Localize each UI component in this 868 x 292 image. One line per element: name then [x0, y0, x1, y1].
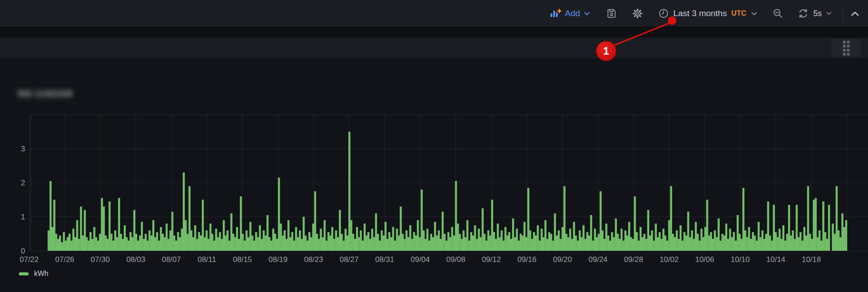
chevron-down-icon	[584, 12, 590, 16]
x-tick-label: 08/11	[198, 255, 216, 264]
x-tick-label: 08/27	[339, 255, 359, 264]
collapse-toolbar-button[interactable]	[851, 11, 859, 16]
panel-title-blurred[interactable]: RD-1192339	[18, 89, 73, 99]
x-tick-label: 09/28	[624, 255, 643, 264]
time-range-picker[interactable]: Last 3 months UTC	[656, 5, 759, 21]
chart-legend: kWh	[19, 270, 48, 278]
drag-handle-icon	[843, 41, 850, 56]
chevron-down-icon	[826, 12, 832, 15]
x-tick-label: 09/20	[553, 255, 572, 264]
chart-gridlines	[29, 114, 868, 251]
x-tick-label: 10/02	[660, 255, 679, 264]
x-tick-label: 07/30	[91, 255, 110, 264]
kwh-timeseries-chart[interactable]: 012307/2207/2607/3008/0308/0708/1108/150…	[0, 107, 868, 269]
add-button-label: Add	[565, 9, 580, 18]
zoom-out-time-button[interactable]	[773, 8, 783, 19]
refresh-icon	[798, 8, 809, 19]
panel-header-row	[0, 38, 868, 58]
chevron-down-icon	[751, 12, 757, 16]
x-tick-label: 08/07	[162, 255, 181, 264]
x-tick-label: 10/18	[802, 255, 821, 264]
kwh-series-bars	[48, 132, 847, 251]
time-range-label: Last 3 months	[673, 9, 727, 18]
dashboard-toolbar: Add	[0, 0, 868, 28]
toolbar-divider	[842, 5, 843, 22]
x-tick-label: 09/24	[589, 255, 608, 264]
x-tick-label: 10/10	[731, 255, 750, 264]
refresh-interval-label: 5s	[813, 9, 822, 18]
x-tick-label: 07/22	[20, 255, 39, 264]
x-tick-label: 08/15	[233, 255, 252, 264]
x-tick-label: 10/14	[766, 255, 786, 264]
y-tick-label: 3	[21, 145, 25, 153]
refresh-picker[interactable]: 5s	[798, 8, 832, 19]
gear-icon	[632, 8, 643, 19]
x-tick-label: 09/08	[446, 255, 465, 264]
zoom-out-icon	[773, 8, 783, 19]
x-tick-label: 08/03	[126, 255, 146, 264]
save-icon	[606, 8, 617, 19]
add-panel-icon	[550, 9, 561, 18]
save-dashboard-button[interactable]	[606, 8, 617, 19]
x-tick-label: 08/31	[375, 255, 395, 264]
y-tick-label: 1	[21, 213, 25, 221]
timezone-label: UTC	[731, 9, 746, 17]
x-tick-label: 10/06	[695, 255, 714, 264]
add-button[interactable]: Add	[550, 9, 590, 18]
legend-series-swatch[interactable]	[19, 272, 29, 275]
y-tick-label: 0	[21, 247, 25, 255]
x-tick-label: 09/04	[411, 255, 430, 264]
x-axis-labels: 07/2207/2607/3008/0308/0708/1108/1508/19…	[20, 255, 821, 264]
y-tick-label: 2	[21, 179, 25, 187]
dashboard-settings-button[interactable]	[632, 8, 643, 19]
clock-icon	[658, 8, 669, 19]
x-tick-label: 09/16	[517, 255, 537, 264]
x-tick-label: 09/12	[482, 255, 501, 264]
chevron-up-icon	[851, 11, 859, 16]
legend-series-label[interactable]: kWh	[34, 270, 48, 278]
panel-drag-handle[interactable]	[831, 39, 861, 57]
x-tick-label: 08/23	[304, 255, 323, 264]
x-tick-label: 07/26	[55, 255, 74, 264]
y-axis-labels: 0123	[21, 145, 25, 255]
x-tick-label: 08/19	[269, 255, 288, 264]
